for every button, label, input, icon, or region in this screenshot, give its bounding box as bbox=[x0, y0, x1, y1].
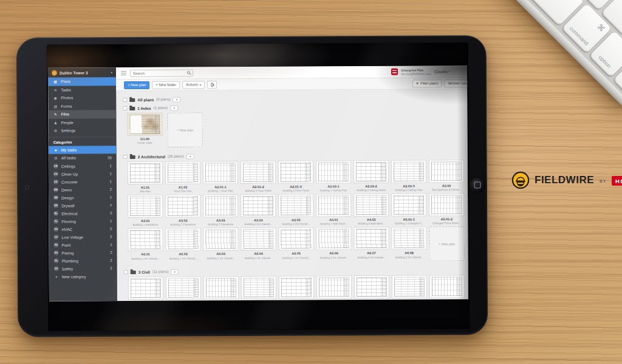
plan-card[interactable]: A6.05 Building 1 Int. Elevati... bbox=[278, 228, 313, 262]
plan-card[interactable]: A2.01-3 Building 3 Floor Plans bbox=[278, 160, 313, 193]
nav-item-label: Photos bbox=[61, 96, 73, 100]
category-item[interactable]: CU Clean Up 1 bbox=[49, 170, 117, 178]
category-label: Paving bbox=[62, 251, 74, 255]
category-item[interactable]: PL Plumbing 2 bbox=[49, 257, 117, 265]
plan-sketch bbox=[356, 162, 386, 181]
sidebar-nav-item[interactable]: ≡ Tasks bbox=[48, 86, 116, 94]
task-view-item[interactable]: ★ My tasks bbox=[49, 146, 117, 154]
folder-menu-button[interactable] bbox=[186, 153, 194, 159]
version-control-button[interactable]: Version control bbox=[444, 79, 468, 87]
plan-card[interactable]: A3.05 Building 3 (N) Elevati... bbox=[278, 194, 313, 227]
category-count: 4 bbox=[110, 203, 112, 207]
category-item[interactable]: SA Safety 2 bbox=[49, 265, 117, 273]
new-folder-button[interactable]: + New folder bbox=[152, 81, 180, 89]
plan-card[interactable]: A6.08 Building 2 Int. Elevati... bbox=[391, 227, 426, 261]
plan-title: Building 1 Int. Elevati... bbox=[241, 256, 276, 260]
new-category-button[interactable]: + New category bbox=[49, 272, 117, 281]
plan-thumbnail bbox=[429, 160, 464, 183]
plan-sketch bbox=[356, 229, 386, 248]
plan-card[interactable]: A2.01-2 Building 2 Floor Plans bbox=[241, 161, 276, 194]
folder-checkbox[interactable] bbox=[123, 106, 127, 110]
plan-card[interactable] bbox=[354, 275, 389, 298]
plan-card[interactable] bbox=[429, 275, 465, 298]
plan-card[interactable]: A1.02 Roof Site Plan bbox=[165, 161, 200, 194]
plan-card[interactable]: A2.03-1 Building 1 Ceiling Plan bbox=[316, 160, 351, 193]
plan-card[interactable]: A5.01-2 Enlarged Plans Restr... bbox=[429, 193, 464, 226]
sidebar-nav-item[interactable]: ⚙ Settings bbox=[48, 126, 116, 135]
folder-menu-button[interactable] bbox=[173, 96, 181, 102]
task-view-item[interactable]: ⊞ All tasks 30 bbox=[49, 153, 117, 162]
plan-sketch bbox=[129, 115, 160, 134]
search-input[interactable] bbox=[133, 71, 185, 75]
nav-item-label: Files bbox=[61, 112, 69, 116]
category-item[interactable]: LV Low Voltage 2 bbox=[49, 233, 117, 241]
sidebar-nav-item[interactable]: ♟ People bbox=[48, 118, 116, 127]
project-switcher[interactable]: Dubbo Tower 3 bbox=[48, 67, 116, 78]
plan-card[interactable]: A6.07 Building 2 Int. Elevati... bbox=[354, 227, 389, 261]
plan-card[interactable]: A6.01 Building 1 Int. Elevati... bbox=[128, 228, 163, 263]
plan-card[interactable]: A5.01-1 Building 1 Enlarged P... bbox=[391, 194, 426, 226]
plan-sketch bbox=[243, 229, 273, 249]
folder-checkbox[interactable] bbox=[123, 98, 127, 102]
category-item[interactable]: CE Ceilings 1 bbox=[49, 162, 117, 170]
plan-card[interactable]: A1.01 Site Plan bbox=[128, 161, 163, 194]
category-badge: SA bbox=[54, 266, 59, 271]
new-plan-placeholder[interactable]: + New plan bbox=[429, 227, 464, 261]
category-item[interactable]: DR Drywall 4 bbox=[49, 201, 117, 210]
category-item[interactable]: HV HVAC 2 bbox=[49, 225, 117, 234]
plan-card[interactable]: A4.01 Building 1 Wall Secti... bbox=[316, 194, 351, 226]
category-item[interactable]: CO Concrete 1 bbox=[49, 178, 117, 186]
plan-card[interactable]: A3.01 Building 1 Elevations bbox=[128, 195, 163, 228]
plan-card[interactable]: A2.03-2 Building 2 Ceiling Plans bbox=[354, 160, 389, 193]
plan-card[interactable] bbox=[316, 276, 352, 299]
nav-item-label: Tasks bbox=[61, 87, 71, 92]
plan-card[interactable]: A3.02 Building 2 Elevations bbox=[165, 195, 200, 228]
plan-card[interactable]: G1.00 Cover Index bbox=[127, 113, 162, 147]
plan-card[interactable]: A3.03 Building 2 Elevations bbox=[203, 194, 238, 227]
category-label: Clean Up bbox=[61, 172, 78, 176]
folder-checkbox[interactable] bbox=[124, 270, 128, 274]
sidebar-nav-item[interactable]: ✎ Files bbox=[48, 110, 116, 118]
plan-sketch bbox=[281, 229, 311, 249]
sidebar-nav-item[interactable]: ▦ Plans bbox=[48, 77, 116, 86]
filter-plans-button[interactable]: Filter plans bbox=[412, 79, 442, 87]
category-item[interactable]: FL Flooring 1 bbox=[49, 217, 117, 226]
plan-card[interactable]: A4.05 Building 3 Wall Secti... bbox=[354, 194, 389, 226]
history-button[interactable] bbox=[207, 81, 217, 89]
category-item[interactable]: PV Paving 3 bbox=[49, 249, 117, 257]
plan-card[interactable] bbox=[392, 275, 427, 298]
account-area: Enterprise Plan demos@fieldwire.com Clau… bbox=[391, 68, 463, 76]
plan-card[interactable] bbox=[241, 276, 276, 299]
plan-card[interactable] bbox=[166, 277, 201, 300]
category-item[interactable]: DM Demo 2 bbox=[49, 186, 117, 194]
hamburger-menu-icon[interactable] bbox=[121, 71, 126, 75]
folder-checkbox[interactable] bbox=[123, 155, 128, 159]
category-item[interactable]: EL Electrical 3 bbox=[49, 209, 117, 218]
category-item[interactable]: PA Paint 1 bbox=[49, 241, 117, 249]
folder-menu-button[interactable] bbox=[170, 105, 178, 110]
plan-card[interactable]: A2.01-1 Building 1 Floor Plan bbox=[203, 161, 238, 194]
plan-card[interactable]: A3.04 Building 3 (E) Elevati... bbox=[241, 194, 276, 227]
plan-card[interactable]: A3.00 Site Sections & Elevat... bbox=[429, 160, 464, 192]
actions-button[interactable]: Actions bbox=[182, 81, 205, 89]
plan-card[interactable] bbox=[203, 277, 239, 300]
plan-card[interactable]: A6.04 Building 1 Int. Elevati... bbox=[241, 228, 276, 262]
account-info: Enterprise Plan demos@fieldwire.com bbox=[401, 68, 431, 75]
user-menu[interactable]: Claudia bbox=[434, 69, 450, 73]
folder-menu-button[interactable] bbox=[171, 269, 179, 275]
plan-card[interactable] bbox=[128, 277, 163, 300]
plan-card[interactable]: A6.03 Building 1 Int. Elevati... bbox=[203, 228, 238, 263]
plan-card[interactable] bbox=[279, 276, 314, 299]
plan-card[interactable]: A6.02 Building 1 Int. Elevati... bbox=[165, 228, 200, 263]
plan-card[interactable]: A6.06 Building 2 Int. Elevati... bbox=[316, 228, 351, 262]
category-item[interactable]: DE Design 1 bbox=[49, 194, 117, 202]
sidebar-nav-item[interactable]: ◉ Photos bbox=[48, 93, 116, 102]
plan-card[interactable]: A2.03-3 Building 3 Ceiling Plan bbox=[391, 160, 426, 192]
folder-icon bbox=[131, 271, 136, 274]
category-count: 2 bbox=[110, 258, 112, 262]
new-plan-placeholder[interactable]: + New plan bbox=[167, 112, 202, 147]
sidebar-nav-item[interactable]: ▤ Forms bbox=[48, 102, 116, 110]
nav-item-icon: ≡ bbox=[53, 87, 58, 92]
new-plan-button[interactable]: + New plan bbox=[124, 81, 149, 89]
plan-sketch bbox=[394, 162, 424, 181]
